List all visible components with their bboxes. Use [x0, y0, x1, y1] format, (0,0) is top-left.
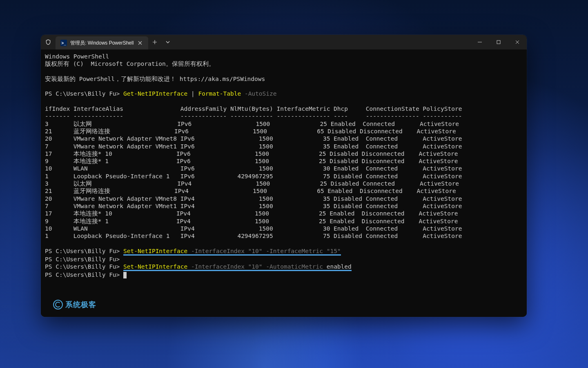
prompt: PS C:\Users\Billy Fu>	[45, 256, 123, 263]
svg-rect-0	[497, 40, 500, 44]
watermark: 系统极客	[53, 300, 96, 310]
tab-close-icon[interactable]	[137, 40, 143, 46]
tab-dropdown-button[interactable]	[161, 35, 174, 49]
cmd-token: "10"	[248, 263, 263, 270]
powershell-icon: >_	[60, 40, 67, 46]
cursor	[123, 272, 127, 278]
close-button[interactable]	[508, 35, 527, 49]
shield-icon	[41, 35, 56, 49]
cmd-token: Format-Table	[198, 90, 241, 97]
tab-title: 管理员: Windows PowerShell	[70, 40, 134, 47]
cmd-token: -InterfaceMetric	[263, 248, 327, 254]
titlebar: >_ 管理员: Windows PowerShell	[41, 35, 527, 49]
table-rows: 3 以太网 IPv6 1500 25 Enabled Connected Act…	[45, 121, 462, 239]
cmd-token: -AutomaticMetric	[263, 263, 327, 270]
banner-line: 安装最新的 PowerShell，了解新功能和改进！ https://aka.m…	[45, 76, 265, 82]
cmd-token: -InterfaceIndex	[187, 263, 248, 270]
maximize-button[interactable]	[489, 35, 508, 49]
prompt: PS C:\Users\Billy Fu>	[45, 263, 123, 270]
table-header: ifIndex InterfaceAlias AddressFamily NlM…	[45, 105, 462, 112]
cmd-token: Get-NetIPInterface	[123, 90, 187, 97]
cmd-token: |	[187, 90, 198, 97]
watermark-logo-icon	[53, 300, 63, 310]
cmd-token: Set-NetIPInterface	[123, 248, 187, 254]
new-tab-button[interactable]	[148, 35, 161, 49]
cmd-token: "10"	[248, 248, 263, 254]
minimize-button[interactable]	[470, 35, 489, 49]
cmd-token: enabled	[327, 263, 352, 270]
cmd-token: -AutoSize	[241, 90, 276, 97]
prompt: PS C:\Users\Billy Fu>	[45, 272, 123, 278]
cmd-token: Set-NetIPInterface	[123, 263, 187, 270]
table-divider: ------- -------------- ------------- ---…	[45, 113, 462, 119]
prompt: PS C:\Users\Billy Fu>	[45, 248, 123, 254]
banner-line: Windows PowerShell	[45, 53, 109, 60]
watermark-text: 系统极客	[65, 301, 96, 308]
cmd-token: -InterfaceIndex	[187, 248, 248, 254]
prompt: PS C:\Users\Billy Fu>	[45, 90, 123, 97]
terminal-window: >_ 管理员: Windows PowerShell	[41, 35, 527, 317]
tab-powershell[interactable]: >_ 管理员: Windows PowerShell	[56, 36, 148, 49]
cmd-token: "15"	[327, 248, 341, 254]
terminal-body[interactable]: Windows PowerShell 版权所有 (C) Microsoft Co…	[41, 49, 527, 317]
banner-line: 版权所有 (C) Microsoft Corporation。保留所有权利。	[45, 61, 215, 67]
